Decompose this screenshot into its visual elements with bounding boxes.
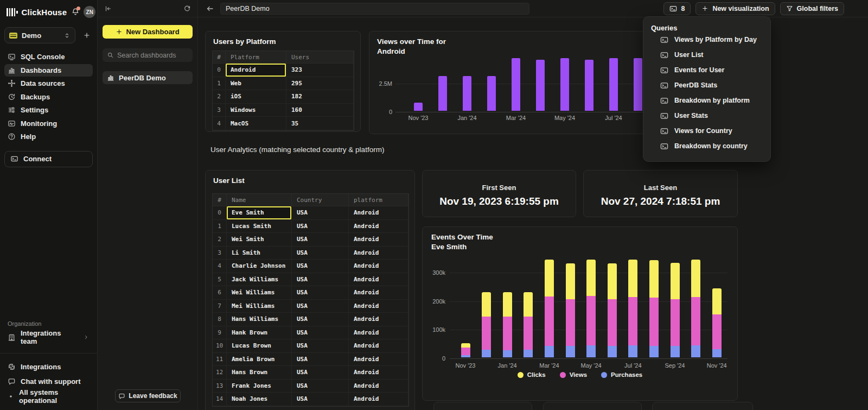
chart-bar-segment[interactable] — [649, 260, 659, 298]
sidebar-item-integrations-team[interactable]: Integrations team — [4, 330, 93, 344]
table-cell[interactable]: Frank Jones — [227, 380, 292, 393]
chart-bar-segment[interactable] — [712, 349, 722, 357]
chart-bar-segment[interactable] — [691, 345, 700, 357]
table-cell[interactable]: USA — [292, 206, 349, 220]
chart-bar-segment[interactable] — [482, 317, 491, 350]
chart-bar-segment[interactable] — [545, 297, 554, 346]
table-cell[interactable]: Web — [226, 77, 286, 91]
chart-bar-segment[interactable] — [503, 317, 512, 350]
table-cell[interactable]: Android — [349, 206, 409, 220]
table-cell[interactable]: USA — [292, 300, 349, 313]
table-cell[interactable]: USA — [292, 273, 349, 287]
table-cell[interactable]: Android — [349, 233, 409, 247]
chart-bar-segment[interactable] — [566, 263, 575, 299]
table-cell[interactable]: Lucas Brown — [227, 339, 292, 353]
chart-bar-segment[interactable] — [524, 350, 533, 357]
chart-bar-segment[interactable] — [566, 346, 575, 357]
footer-item-integrations[interactable]: Integrations — [4, 360, 93, 374]
table-cell[interactable]: Eve Smith — [227, 206, 292, 220]
table-cell[interactable]: Android — [349, 300, 409, 313]
table-cell[interactable]: Android — [349, 273, 409, 287]
table-cell[interactable]: Hank Brown — [227, 326, 292, 340]
table-cell[interactable]: Charlie Johnson — [227, 260, 292, 273]
chart-bar-segment[interactable] — [671, 346, 680, 357]
table-cell[interactable]: MacOS — [226, 117, 286, 130]
chart-bar[interactable] — [438, 76, 447, 111]
chart-bar[interactable] — [512, 58, 520, 111]
table-cell[interactable]: iOS — [226, 90, 286, 104]
table-cell[interactable]: Android — [349, 313, 409, 326]
sidebar-item-help[interactable]: Help — [4, 130, 93, 143]
sidebar-item-dashboards[interactable]: Dashboards — [4, 64, 93, 77]
new-dashboard-button[interactable]: New Dashboard — [103, 25, 193, 39]
leave-feedback-button[interactable]: Leave feedback — [115, 389, 181, 402]
chart-bar[interactable] — [487, 76, 496, 111]
queries-count-button[interactable]: 8 — [663, 2, 691, 15]
table-cell[interactable]: USA — [292, 220, 349, 234]
table-cell[interactable]: Android — [349, 220, 409, 234]
back-arrow-icon[interactable] — [205, 4, 215, 13]
dashboard-title-input[interactable] — [220, 3, 529, 15]
chart-bar-segment[interactable] — [628, 297, 637, 346]
global-filters-button[interactable]: Global filters — [780, 2, 844, 15]
chart-bar-segment[interactable] — [691, 260, 700, 298]
table-cell[interactable]: Android — [349, 393, 409, 406]
chart-bar-segment[interactable] — [628, 260, 637, 297]
table-cell[interactable]: Mei Williams — [227, 300, 292, 313]
table-cell[interactable]: 35 — [286, 117, 354, 130]
chart-bar-segment[interactable] — [671, 299, 680, 346]
chart-bar-segment[interactable] — [712, 314, 722, 349]
chart-bar-segment[interactable] — [503, 292, 512, 316]
workspace-selector[interactable]: Demo — [4, 27, 75, 43]
query-item-events-for-user[interactable]: Events for User — [660, 62, 763, 78]
chart-bar-segment[interactable] — [649, 346, 659, 357]
chart-bar[interactable] — [536, 60, 545, 111]
table-cell[interactable]: USA — [292, 247, 349, 260]
chart-bar-segment[interactable] — [628, 345, 637, 357]
table-cell[interactable]: 182 — [286, 90, 354, 104]
table-cell[interactable]: Windows — [226, 104, 286, 117]
table-cell[interactable]: Android — [349, 339, 409, 353]
search-input[interactable] — [117, 52, 188, 59]
chart-bar[interactable] — [463, 76, 471, 111]
table-cell[interactable]: USA — [292, 380, 349, 393]
add-workspace-button[interactable] — [81, 31, 93, 39]
chart-bar[interactable] — [634, 58, 642, 111]
chart-bar-segment[interactable] — [545, 260, 554, 297]
chart-bar-segment[interactable] — [586, 260, 596, 296]
query-item-views-for-country[interactable]: Views for Country — [660, 123, 763, 138]
footer-item-all-systems-operational[interactable]: All systems operational — [4, 389, 93, 403]
sidebar-item-data-sources[interactable]: Data sources — [4, 77, 93, 90]
chart-bar-segment[interactable] — [586, 296, 596, 345]
chart-bar-segment[interactable] — [691, 297, 700, 345]
table-cell[interactable]: Android — [349, 326, 409, 340]
chart-bar-segment[interactable] — [608, 299, 617, 346]
legend-item[interactable]: Clicks — [518, 371, 546, 378]
chart-bar-segment[interactable] — [482, 292, 491, 317]
table-cell[interactable]: Noah Jones — [227, 393, 292, 406]
query-item-breakdown-by-country[interactable]: Breakdown by country — [660, 138, 763, 154]
table-cell[interactable]: Hans Williams — [227, 313, 292, 326]
collapse-panel-icon[interactable] — [104, 5, 112, 12]
chart-bar-segment[interactable] — [461, 348, 470, 355]
chart-bar-segment[interactable] — [608, 346, 617, 357]
chart-bar-segment[interactable] — [461, 343, 470, 348]
table-cell[interactable]: Android — [349, 366, 409, 380]
table-cell[interactable]: 323 — [286, 64, 354, 77]
table-cell[interactable]: USA — [292, 326, 349, 340]
chart-bar-segment[interactable] — [524, 292, 533, 317]
connect-button[interactable]: Connect — [4, 151, 93, 167]
table-cell[interactable]: Android — [226, 64, 286, 77]
table-cell[interactable]: USA — [292, 339, 349, 353]
chart-bar-segment[interactable] — [671, 263, 680, 299]
table-cell[interactable]: Li Smith — [227, 247, 292, 260]
table-cell[interactable]: Wei Williams — [227, 286, 292, 300]
legend-item[interactable]: Views — [560, 371, 587, 378]
new-visualization-button[interactable]: New visualization — [695, 2, 775, 15]
table-cell[interactable]: USA — [292, 393, 349, 406]
chart-bar-segment[interactable] — [608, 263, 617, 299]
table-cell[interactable]: Android — [349, 260, 409, 273]
table-cell[interactable]: USA — [292, 260, 349, 273]
chart-bar-segment[interactable] — [712, 288, 722, 314]
chart-bar[interactable] — [585, 60, 593, 111]
